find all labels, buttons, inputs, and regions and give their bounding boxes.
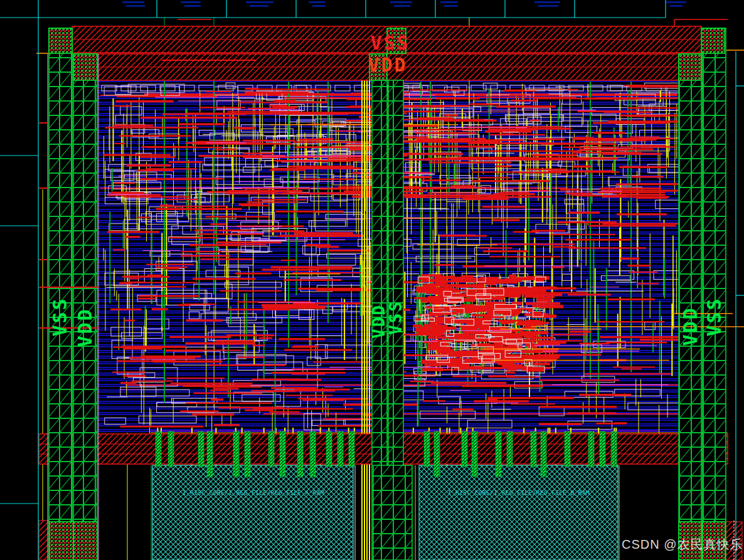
csdn-watermark: CSDN @农民真快乐 — [622, 536, 743, 553]
macro-reg-file-b-ram[interactable] — [419, 465, 618, 560]
vdd-label-right: VDD — [679, 306, 701, 346]
vss-label-left: VSS — [49, 297, 71, 336]
macro-label-reg-file-a: I_RISC_CORE/I_REG_FILE/REG_FILE_A_RAM — [183, 489, 324, 496]
layout-viewport[interactable]: VSS VDD VSS VDD VDD VSS VDD VSS I_RISC_C… — [0, 0, 744, 560]
vss-label-center: VSS — [386, 300, 405, 335]
vss-label-right: VSS — [703, 297, 725, 336]
vdd-label-top: VDD — [368, 54, 407, 76]
chip-layout-canvas[interactable]: VSS VDD VSS VDD VDD VSS VDD VSS I_RISC_C… — [0, 0, 744, 560]
vss-label-top: VSS — [370, 32, 410, 54]
macro-reg-file-a-ram[interactable] — [152, 465, 353, 560]
vdd-label-left: VDD — [74, 307, 96, 347]
vdd-label-center: VDD — [369, 304, 388, 339]
macro-label-reg-file-b: I_RISC_CORE/I_REG_FILE/REG_FILE_B_RAM — [448, 489, 590, 496]
